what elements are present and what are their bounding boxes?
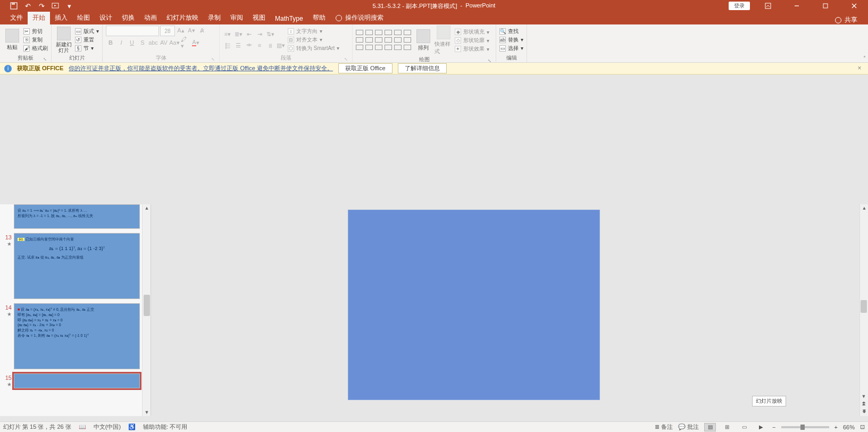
distribute-button[interactable]: ⫼ (265, 40, 275, 50)
minimize-button[interactable] (786, 0, 807, 12)
tab-mathtype[interactable]: MathType (270, 13, 308, 24)
redo-button[interactable]: ↷ (37, 2, 46, 10)
arrange-button[interactable]: 排列 (414, 29, 432, 52)
align-right-button[interactable]: ⬲ (244, 40, 254, 50)
decrease-font-button[interactable]: A▾ (187, 26, 196, 35)
reset-button[interactable]: ↺重置 (75, 36, 99, 44)
new-slide-button[interactable]: 新建幻灯片 (55, 27, 73, 53)
notes-button[interactable]: ≣ 备注 (655, 423, 673, 431)
columns-button[interactable]: ▥▾ (276, 40, 286, 50)
tab-home[interactable]: 开始 (28, 11, 50, 24)
get-genuine-office-button[interactable]: 获取正版 Office (338, 63, 393, 73)
slide-counter[interactable]: 幻灯片 第 15 张，共 26 张 (3, 423, 71, 431)
next-slide-button[interactable]: ⯯ (859, 409, 868, 416)
justify-button[interactable]: ≡ (255, 40, 264, 50)
copy-button[interactable]: ⎘复制 (23, 36, 48, 44)
shapes-gallery[interactable] (356, 30, 412, 51)
zoom-level[interactable]: 66% (843, 424, 855, 430)
change-case-button[interactable]: Aa▾ (170, 38, 179, 47)
fit-to-window-button[interactable]: ⊡ (860, 423, 865, 430)
tab-file[interactable]: 文件 (5, 11, 28, 24)
tab-view[interactable]: 视图 (248, 11, 270, 24)
share-button[interactable]: 共享 (845, 15, 857, 24)
zoom-slider[interactable] (781, 426, 829, 428)
thumbnail-slide-13[interactable]: 13★ 例1 已知三维向量空间中两个向量 a₁ = (1 1 1)ᵀ, a₂ =… (2, 233, 140, 299)
increase-indent-button[interactable]: ⇥ (255, 29, 264, 39)
clear-formatting-button[interactable]: A̷ (197, 26, 207, 35)
select-button[interactable]: ▭选择▾ (499, 45, 523, 52)
paragraph-launcher[interactable]: ⤡ (344, 57, 348, 62)
slideshow-view-button[interactable]: ▶ (755, 423, 767, 431)
thumbnail-slide-14[interactable]: 14★ ■ 设 a₃ = (x₁, x₂, x₃)ᵀ ≠ 0, 且分别与 a₁,… (2, 303, 140, 369)
shape-outline-button[interactable]: ◇形状轮廓▾ (455, 37, 489, 44)
qat-customize[interactable]: ▾ (65, 2, 73, 10)
zoom-in-button[interactable]: + (834, 424, 838, 430)
tab-record[interactable]: 录制 (203, 11, 226, 24)
maximize-button[interactable] (815, 0, 836, 12)
clipboard-launcher[interactable]: ⤡ (43, 57, 47, 62)
replace-button[interactable]: ab替换▾ (499, 36, 523, 44)
tab-animations[interactable]: 动画 (139, 11, 162, 24)
current-slide-canvas[interactable] (348, 210, 600, 400)
ribbon-display-options[interactable] (757, 0, 779, 12)
infobar-close-button[interactable]: × (855, 64, 864, 73)
increase-font-button[interactable]: A▴ (176, 26, 186, 35)
font-size-input[interactable] (160, 26, 175, 36)
shape-effects-button[interactable]: ✦形状效果▾ (455, 45, 489, 53)
tab-help[interactable]: 帮助 (308, 11, 330, 24)
bold-button[interactable]: B (106, 38, 115, 47)
font-launcher[interactable]: ⤡ (211, 57, 215, 62)
cut-button[interactable]: ✂剪切 (23, 28, 48, 35)
zoom-out-button[interactable]: − (772, 424, 775, 430)
underline-button[interactable]: U (127, 38, 137, 47)
spell-check-icon[interactable]: 📖 (79, 423, 86, 430)
comments-button[interactable]: 💬 批注 (678, 423, 699, 431)
collapse-ribbon-button[interactable]: ˄ (863, 55, 866, 61)
drawing-launcher[interactable]: ⤡ (488, 59, 491, 63)
tab-draw[interactable]: 绘图 (72, 11, 95, 24)
scroll-down-button[interactable]: ▼ (859, 394, 868, 401)
scroll-down-button[interactable]: ▼ (143, 409, 151, 416)
quick-styles-button[interactable]: 快速样式 (435, 26, 453, 55)
previous-slide-button[interactable]: ⯭ (859, 401, 868, 409)
thumbnail-slide-15[interactable]: 15★ (2, 373, 140, 388)
accessibility-status[interactable]: 辅助功能: 不可用 (143, 423, 187, 431)
tab-slideshow[interactable]: 幻灯片放映 (162, 11, 203, 24)
layout-button[interactable]: ▭版式▾ (75, 28, 99, 35)
slide-sorter-view-button[interactable]: ⊞ (721, 423, 733, 431)
scrollbar-thumb[interactable] (144, 295, 150, 316)
start-from-beginning-button[interactable] (51, 2, 60, 10)
save-button[interactable] (10, 2, 18, 10)
login-button[interactable]: 登录 (729, 2, 750, 10)
numbering-button[interactable]: ≣▾ (233, 29, 243, 39)
slide-editor[interactable]: ▲ ▼ ⯭ ⯯ 幻灯片放映 (151, 204, 868, 416)
normal-view-button[interactable]: ▤ (704, 423, 716, 431)
close-button[interactable] (844, 0, 865, 12)
text-direction-button[interactable]: ↕文字方向▾ (288, 28, 339, 35)
scrollbar-thumb[interactable] (861, 300, 867, 313)
format-painter-button[interactable]: 🖌格式刷 (23, 45, 48, 52)
find-button[interactable]: 🔍查找 (499, 28, 523, 35)
italic-button[interactable]: I (116, 38, 126, 47)
reading-view-button[interactable]: ▭ (738, 423, 750, 431)
shape-fill-button[interactable]: ◆形状填充▾ (455, 28, 489, 36)
language-indicator[interactable]: 中文(中国) (94, 423, 121, 431)
tab-review[interactable]: 审阅 (226, 11, 248, 24)
align-left-button[interactable]: ⬱ (223, 40, 232, 50)
font-name-input[interactable] (106, 26, 159, 36)
paste-button[interactable]: 粘贴 (3, 29, 21, 51)
decrease-indent-button[interactable]: ⇤ (244, 29, 254, 39)
tab-insert[interactable]: 插入 (50, 11, 72, 24)
tab-design[interactable]: 设计 (95, 11, 117, 24)
strikethrough-button[interactable]: S (138, 38, 147, 47)
tab-transitions[interactable]: 切换 (117, 11, 139, 24)
tell-me-search[interactable]: 操作说明搜索 (330, 11, 389, 24)
learn-more-button[interactable]: 了解详细信息 (398, 63, 447, 73)
thumbnail-scrollbar[interactable]: ▲ ▼ (142, 204, 151, 416)
line-spacing-button[interactable]: ⇅▾ (265, 29, 275, 39)
scroll-up-button[interactable]: ▲ (860, 204, 868, 212)
font-color-button[interactable]: A▾ (191, 38, 201, 47)
character-spacing-button[interactable]: AV (159, 38, 169, 47)
infobar-message[interactable]: 你的许可证并非正版，你可能是盗版软件的受害者。立即通过正版 Office 避免中… (69, 64, 333, 72)
align-center-button[interactable]: ☰ (233, 40, 243, 50)
